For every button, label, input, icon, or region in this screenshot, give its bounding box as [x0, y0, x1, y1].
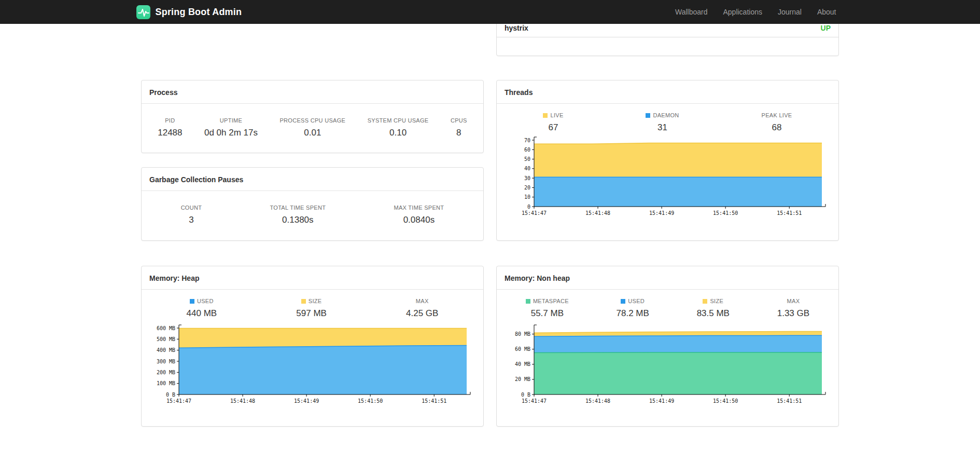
legend-value: 67 [543, 122, 563, 133]
legend-label: SIZE [296, 298, 327, 304]
svg-text:15:41:49: 15:41:49 [294, 398, 319, 404]
brand[interactable]: Spring Boot Admin [136, 5, 242, 19]
nonheap-chart: 0 B20 MB40 MB60 MB80 MB15:41:4715:41:481… [501, 324, 838, 410]
legend-label-text: METASPACE [533, 298, 569, 304]
legend-label-text: DAEMON [653, 112, 679, 118]
svg-text:15:41:51: 15:41:51 [777, 210, 802, 216]
legend-item-peak-live: PEAK LIVE 68 [762, 112, 792, 133]
legend-label: PEAK LIVE [762, 112, 792, 118]
size-swatch-icon [703, 299, 707, 304]
metric-label: UPTIME [204, 117, 258, 124]
legend-value: 597 MB [296, 308, 327, 319]
svg-text:15:41:50: 15:41:50 [358, 398, 383, 404]
metric-gc-max-time: MAX TIME SPENT 0.0840s [394, 205, 444, 225]
legend-value: 440 MB [187, 308, 217, 319]
threads-panel: Threads LIVE 67 DAEMON 31 PEAK LIVE 68 0… [496, 80, 839, 241]
legend-label: DAEMON [646, 112, 679, 118]
svg-text:200 MB: 200 MB [157, 370, 175, 375]
svg-text:0 B: 0 B [521, 392, 530, 398]
metric-uptime: UPTIME 0d 0h 2m 17s [204, 117, 258, 138]
legend-label-text: MAX [787, 298, 800, 304]
brand-title: Spring Boot Admin [156, 7, 242, 18]
svg-text:15:41:48: 15:41:48 [585, 398, 610, 404]
heap-panel-header: Memory: Heap [142, 266, 483, 290]
threads-panel-header: Threads [497, 80, 838, 104]
legend-item-used: USED 440 MB [187, 298, 217, 319]
legend-label: MAX [406, 298, 438, 304]
metric-process-cpu: PROCESS CPU USAGE 0.01 [279, 117, 345, 138]
panel-title: Memory: Heap [149, 274, 199, 282]
nav-item-about[interactable]: About [809, 0, 844, 24]
metric-label: PROCESS CPU USAGE [279, 117, 345, 124]
legend-value: 83.5 MB [697, 308, 730, 319]
metric-label: SYSTEM CPU USAGE [368, 117, 429, 124]
svg-text:15:41:51: 15:41:51 [422, 398, 446, 404]
legend-item-used: USED 78.2 MB [617, 298, 649, 319]
legend-label: USED [187, 298, 217, 304]
status-badge: UP [821, 24, 831, 32]
legend-value: 78.2 MB [617, 308, 649, 319]
live-swatch-icon [543, 113, 548, 118]
legend-value: 55.7 MB [526, 308, 569, 319]
metric-value: 0.10 [368, 128, 429, 138]
gc-metrics: COUNT 3 TOTAL TIME SPENT 0.1380s MAX TIM… [142, 191, 483, 239]
svg-text:60 MB: 60 MB [515, 346, 530, 352]
legend-item-metaspace: METASPACE 55.7 MB [526, 298, 569, 319]
legend-value: 1.33 GB [777, 308, 809, 319]
svg-text:15:41:51: 15:41:51 [777, 398, 802, 404]
health-check-name: hystrix [505, 24, 528, 32]
used-swatch-icon [190, 299, 194, 304]
navbar: Spring Boot Admin Wallboard Applications… [0, 0, 980, 24]
legend-label: SIZE [697, 298, 730, 304]
svg-text:10: 10 [524, 194, 530, 200]
memory-nonheap-panel: Memory: Non heap METASPACE 55.7 MB USED … [496, 266, 839, 427]
legend-label-text: MAX [416, 298, 429, 304]
svg-text:60: 60 [524, 147, 530, 153]
metric-value: 12488 [158, 128, 182, 138]
svg-text:20 MB: 20 MB [515, 376, 530, 382]
svg-text:100 MB: 100 MB [157, 380, 175, 386]
metric-value: 0d 0h 2m 17s [204, 128, 258, 138]
legend-label-text: LIVE [550, 112, 563, 118]
memory-heap-panel: Memory: Heap USED 440 MB SIZE 597 MB MAX… [141, 266, 484, 427]
heap-chart: 0 B100 MB200 MB300 MB400 MB500 MB600 MB1… [146, 324, 483, 410]
svg-text:15:41:50: 15:41:50 [713, 398, 738, 404]
spring-boot-admin-logo-icon [136, 5, 150, 19]
svg-text:15:41:48: 15:41:48 [230, 398, 255, 404]
nav-item-journal[interactable]: Journal [770, 0, 809, 24]
metric-label: MAX TIME SPENT [394, 205, 444, 211]
svg-text:80 MB: 80 MB [515, 331, 530, 337]
metric-label: PID [158, 117, 182, 124]
nav-menu: Wallboard Applications Journal About [667, 0, 844, 24]
nav-item-applications[interactable]: Applications [715, 0, 770, 24]
panel-title: Garbage Collection Pauses [149, 175, 243, 184]
legend-item-daemon: DAEMON 31 [646, 112, 679, 133]
legend-label-text: SIZE [710, 298, 723, 304]
legend-label-text: SIZE [309, 298, 322, 304]
gc-panel-header: Garbage Collection Pauses [142, 168, 483, 191]
svg-text:0 B: 0 B [166, 392, 175, 398]
legend-value: 31 [646, 122, 679, 133]
legend-label-text: PEAK LIVE [762, 112, 792, 118]
metric-value: 0.1380s [270, 215, 326, 225]
svg-text:15:41:49: 15:41:49 [649, 398, 674, 404]
svg-text:15:41:48: 15:41:48 [585, 210, 610, 216]
nonheap-panel-header: Memory: Non heap [497, 266, 838, 290]
legend-item-max: MAX 1.33 GB [777, 298, 809, 319]
panel-title: Process [149, 88, 177, 97]
size-swatch-icon [301, 299, 306, 304]
metaspace-swatch-icon [526, 299, 530, 304]
svg-text:15:41:50: 15:41:50 [713, 210, 738, 216]
metric-label: CPUS [451, 117, 467, 124]
legend-item-size: SIZE 83.5 MB [697, 298, 730, 319]
daemon-swatch-icon [646, 113, 650, 118]
svg-text:40: 40 [524, 166, 530, 171]
process-panel-header: Process [142, 80, 483, 104]
legend-label-text: USED [628, 298, 645, 304]
metric-value: 8 [451, 128, 467, 138]
heap-legend: USED 440 MB SIZE 597 MB MAX 4.25 GB [142, 290, 483, 319]
metric-system-cpu: SYSTEM CPU USAGE 0.10 [368, 117, 429, 138]
nonheap-legend: METASPACE 55.7 MB USED 78.2 MB SIZE 83.5… [497, 290, 838, 319]
nav-item-wallboard[interactable]: Wallboard [667, 0, 716, 24]
svg-text:500 MB: 500 MB [157, 336, 175, 342]
